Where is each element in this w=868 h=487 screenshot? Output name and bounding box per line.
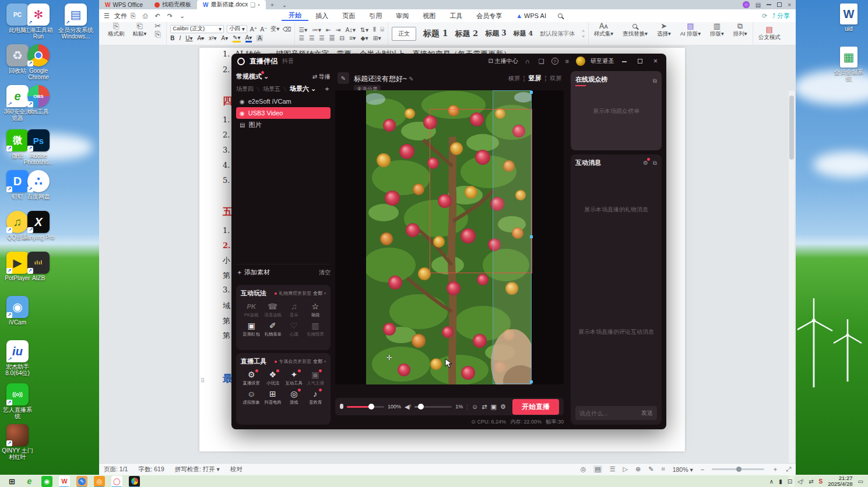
- stream-title[interactable]: 标题还没有想好~ ✎: [354, 74, 414, 84]
- add-scene-button[interactable]: ＋: [324, 84, 331, 94]
- ribbon-tab-member[interactable]: 会员专享: [469, 12, 509, 20]
- taskbar-red-ring-app[interactable]: ◯: [111, 476, 122, 487]
- source-usb3-video-selected[interactable]: ◉USB3 Video: [236, 107, 331, 119]
- font-color-button[interactable]: A▾: [245, 34, 252, 43]
- tool-games[interactable]: ◎游戏: [283, 389, 305, 405]
- taskbar-clock[interactable]: 21:27 2025/4/28: [828, 475, 852, 487]
- tab-docer-template[interactable]: 找稻壳模板: [149, 0, 197, 9]
- mic-icon[interactable]: [340, 403, 343, 410]
- clear-button[interactable]: 清空: [319, 269, 331, 277]
- style-set-button[interactable]: 🗛样式集▾: [592, 22, 615, 45]
- paste-button[interactable]: ⎗粘贴▾: [131, 22, 149, 45]
- desktop-icon-ivcam[interactable]: ◉↗ iVCam: [1, 296, 34, 326]
- resize-handle[interactable]: [530, 91, 533, 94]
- minimize-button[interactable]: [619, 57, 630, 65]
- marks-button[interactable]: ⫴: [373, 26, 375, 33]
- style-heading4[interactable]: 标题 4: [514, 29, 533, 38]
- web-view-icon[interactable]: ⊕: [635, 465, 641, 473]
- more-commands-icon[interactable]: ⌄: [176, 12, 188, 20]
- scrollbar-thumb[interactable]: [789, 96, 794, 160]
- messages-settings-icon[interactable]: ⚙: [643, 160, 648, 166]
- feature-lucky-bag[interactable]: ☆福袋: [305, 301, 326, 318]
- style-heading1[interactable]: 标题 1: [423, 29, 448, 39]
- layout-button[interactable]: ▥排版▾: [708, 22, 726, 45]
- text-direction-button[interactable]: A↕▾: [346, 26, 356, 33]
- superscript-button[interactable]: x²▾: [209, 35, 216, 41]
- tab-wps-ai[interactable]: ▲ WPS AI: [509, 12, 553, 19]
- feedback-bubble-icon[interactable]: ❑: [250, 2, 255, 8]
- desktop-icon-photoshop[interactable]: Ps↗ Adobe Photosho...: [22, 129, 55, 165]
- desktop-icon-jinfu-system[interactable]: ▦ 全员金服系统: [832, 47, 865, 82]
- save-icon[interactable]: ⎘: [127, 12, 139, 20]
- line-spacing-button[interactable]: ≡▾: [349, 34, 356, 41]
- mic-volume-slider[interactable]: [347, 406, 384, 408]
- tool-section-update[interactable]: 专属会员更新至 全部›: [275, 358, 326, 365]
- taskbar-live-companion-active[interactable]: ✎: [76, 476, 87, 487]
- desktop-icon-chrome[interactable]: ↗ Google Chrome: [22, 44, 55, 80]
- print-icon[interactable]: ⎙: [139, 12, 152, 20]
- tool-sound-library[interactable]: ♪音效库: [305, 389, 326, 405]
- flip-icon[interactable]: ⇄: [482, 403, 487, 411]
- bullets-button[interactable]: ☰▾: [298, 26, 307, 33]
- search-icon[interactable]: [558, 13, 563, 18]
- director-button[interactable]: ⇄ 导播: [312, 73, 331, 81]
- tab-wps-office[interactable]: W WPS Office: [99, 0, 149, 9]
- speaker-icon[interactable]: ◀⁾: [405, 403, 411, 411]
- grow-font-button[interactable]: A⁺: [250, 26, 258, 33]
- ribbon-tab-review[interactable]: 审阅: [389, 12, 416, 20]
- edit-mode-icon[interactable]: ✎: [648, 465, 653, 473]
- desktop-icon-baidu-netdisk[interactable]: ∴↗ 百度网盘: [22, 170, 55, 200]
- resize-handle[interactable]: [530, 380, 533, 383]
- taskbar-obs-app[interactable]: [129, 476, 140, 487]
- new-tab-button[interactable]: ＋: [266, 0, 279, 9]
- scene-tab-5[interactable]: 场景五: [263, 85, 280, 93]
- resize-handle[interactable]: [530, 235, 533, 238]
- highlight-button[interactable]: ✎▾: [233, 34, 240, 43]
- anchor-center-link[interactable]: ⊡ 主播中心: [489, 57, 518, 65]
- comment-input[interactable]: [579, 410, 641, 417]
- workspace-icon[interactable]: ▤: [755, 2, 761, 8]
- phonetic-button[interactable]: A▾: [222, 35, 229, 41]
- ribbon-tab-home[interactable]: 开始: [282, 11, 308, 21]
- sort-button[interactable]: ⇅▾: [360, 26, 368, 33]
- zoom-knob[interactable]: [736, 467, 742, 472]
- tab-list-button[interactable]: ⌄: [279, 0, 290, 9]
- taskbar-wps[interactable]: W: [59, 476, 70, 487]
- redo-icon[interactable]: ↷: [164, 12, 176, 20]
- desktop-icon-jianying[interactable]: X↗ Jianying Pro: [22, 211, 55, 241]
- strikethrough-button[interactable]: A▾: [197, 35, 204, 41]
- style-heading2[interactable]: 标题 2: [455, 29, 479, 39]
- menu-icon[interactable]: ≡: [564, 58, 571, 65]
- tool-live-settings[interactable]: ⚙直播设置: [241, 369, 262, 386]
- hamburger-icon[interactable]: ☰: [99, 12, 114, 20]
- user-avatar[interactable]: [576, 57, 585, 66]
- mode-select[interactable]: 常规模式 ⌄: [236, 72, 269, 81]
- drag-handle-icon[interactable]: ⠿: [201, 377, 205, 384]
- format-painter-button[interactable]: ⎘格式刷: [106, 22, 126, 45]
- landscape-option[interactable]: 横屏: [508, 75, 520, 83]
- beauty-icon[interactable]: ☺: [472, 403, 478, 410]
- minimize-button[interactable]: [767, 4, 771, 5]
- ribbon-tab-page[interactable]: 页面: [335, 12, 362, 20]
- cut-copy-group[interactable]: ✂⎘: [153, 22, 163, 45]
- outline-view-icon[interactable]: ☰: [610, 465, 616, 473]
- camera-icon[interactable]: ▣: [491, 403, 497, 411]
- desktop-icon-distribution-system[interactable]: ▤↗ 全员分发系统 Windows...: [56, 3, 96, 40]
- scene-tab-4[interactable]: 场景四: [236, 85, 254, 93]
- align-right-button[interactable]: ☰: [319, 34, 324, 41]
- indent-button[interactable]: ⇥: [336, 26, 341, 33]
- dual-screen-option[interactable]: 双屏: [550, 75, 561, 83]
- tray-volume-icon[interactable]: ◁⁾: [797, 478, 803, 485]
- desktop-icon-jianghu-toolbox[interactable]: ✻↗ 江湖工具箱 Run: [22, 3, 55, 40]
- feature-wish[interactable]: ♡心愿: [283, 320, 305, 337]
- feature-music[interactable]: ♫音乐: [283, 301, 305, 318]
- tray-red-app-icon[interactable]: S: [819, 478, 823, 485]
- find-replace-button[interactable]: 查找替换▾: [621, 22, 649, 45]
- desktop-icon-hongjie[interactable]: iu↗ 宏杰助手 8.0(64位): [1, 340, 34, 376]
- style-normal[interactable]: 正文: [392, 27, 416, 41]
- clear-format-button[interactable]: ⌫: [283, 26, 291, 33]
- audience-rank-title[interactable]: 在线观众榜: [575, 75, 607, 86]
- tool-virtual-avatar[interactable]: ☺虚拟形象: [241, 389, 262, 405]
- numbering-button[interactable]: ≔▾: [312, 26, 321, 33]
- eye-protect-icon[interactable]: ◎: [581, 465, 586, 473]
